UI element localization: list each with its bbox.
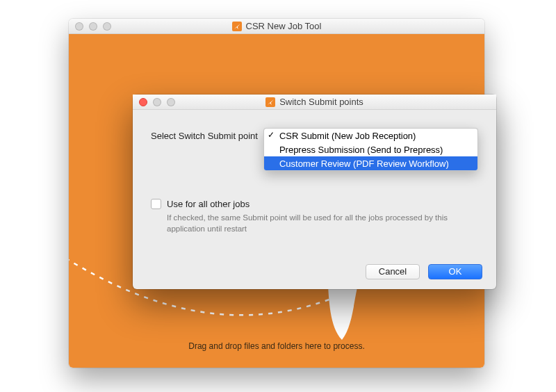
main-titlebar: CSR New Job Tool [69,19,484,34]
dialog-body: Select Switch Submit point ✓ CSR Submit … [133,110,496,289]
minimize-dot[interactable] [89,22,97,31]
check-icon: ✓ [268,130,275,140]
dropdown-option-label: Prepress Submission (Send to Prepress) [279,145,443,155]
traffic-lights [69,22,111,31]
dropdown-option-2[interactable]: Customer Review (PDF Review Workflow) [264,156,477,170]
app-icon [232,22,242,31]
select-label: Select Switch Submit point [151,131,258,141]
drop-instructions: Drag and drop files and folders here to … [69,341,484,351]
dialog-app-icon [265,97,275,107]
submit-point-select[interactable]: ✓ CSR Submit (New Job Reception) Prepres… [263,128,478,143]
dialog-title: Switch Submit points [279,97,363,107]
cancel-button[interactable]: Cancel [366,264,420,279]
main-window-title: CSR New Job Tool [246,21,322,31]
dropdown-option-0[interactable]: ✓ CSR Submit (New Job Reception) [264,129,477,142]
submit-point-dropdown[interactable]: ✓ CSR Submit (New Job Reception) Prepres… [263,128,478,171]
dropdown-option-label: Customer Review (PDF Review Workflow) [279,158,449,169]
dialog-close-dot[interactable] [139,98,147,106]
dropdown-option-1[interactable]: Prepress Submission (Send to Prepress) [264,142,477,156]
dropdown-option-label: CSR Submit (New Job Reception) [279,131,416,141]
help-text: If checked, the same Submit point will b… [167,213,478,234]
dialog-minimize-dot [153,98,161,106]
dialog-titlebar: Switch Submit points [133,95,496,110]
use-for-all-checkbox[interactable] [151,199,161,209]
close-dot[interactable] [75,22,83,31]
zoom-dot[interactable] [103,22,111,31]
ok-button[interactable]: OK [428,264,482,279]
dialog-traffic-lights [133,98,175,106]
dialog-window: Switch Submit points Select Switch Submi… [133,95,496,289]
dialog-zoom-dot [167,98,175,106]
use-for-all-label: Use for all other jobs [167,199,250,209]
